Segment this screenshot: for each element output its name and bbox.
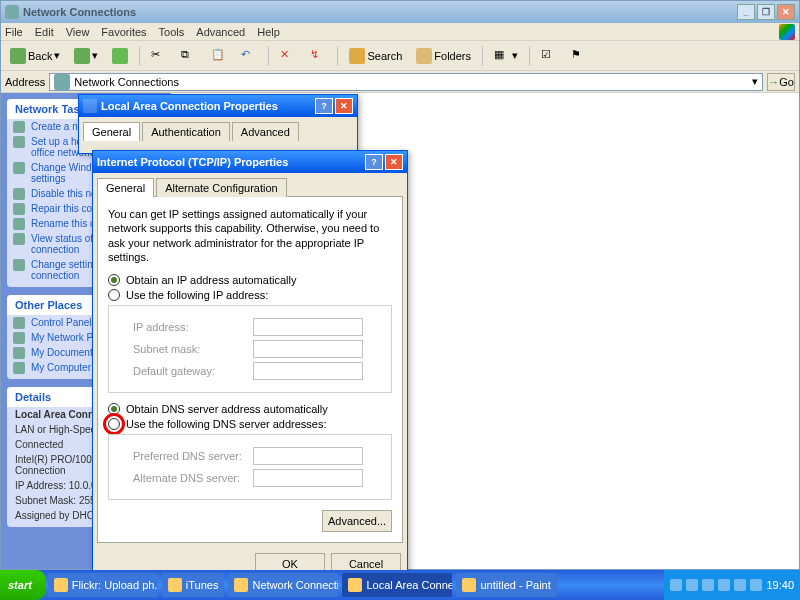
help-button[interactable]: ? — [365, 154, 383, 170]
menu-advanced[interactable]: Advanced — [196, 26, 245, 38]
back-button[interactable]: Back ▾ — [5, 45, 65, 67]
cut-button[interactable]: ✂ — [146, 45, 172, 67]
label-pref-dns: Preferred DNS server: — [133, 450, 253, 462]
menu-file[interactable]: File — [5, 26, 23, 38]
forward-button[interactable]: ▾ — [69, 45, 103, 67]
undo2-icon: ↯ — [310, 48, 326, 64]
radio-ip-manual[interactable] — [108, 289, 120, 301]
input-alt-dns[interactable] — [253, 469, 363, 487]
tb-extra2[interactable]: ⚑ — [566, 45, 592, 67]
menu-tools[interactable]: Tools — [159, 26, 185, 38]
search-icon — [349, 48, 365, 64]
main-titlebar: Network Connections _ ❐ ✕ — [1, 1, 799, 23]
window-title: Network Connections — [23, 6, 136, 18]
tab-advanced[interactable]: Advanced — [232, 122, 299, 141]
tray-icon[interactable] — [718, 579, 730, 591]
app-icon — [348, 578, 362, 592]
label-alt-dns: Alternate DNS server: — [133, 472, 253, 484]
address-field[interactable]: Network Connections ▾ — [49, 73, 763, 91]
label-subnet: Subnet mask: — [133, 343, 253, 355]
cut-icon: ✂ — [151, 48, 167, 64]
label-ip-auto: Obtain an IP address automatically — [126, 274, 296, 286]
dlg1-title: Local Area Connection Properties — [101, 100, 278, 112]
dlg2-title: Internet Protocol (TCP/IP) Properties — [97, 156, 288, 168]
menu-edit[interactable]: Edit — [35, 26, 54, 38]
dialog-icon — [83, 99, 97, 113]
label-ip-address: IP address: — [133, 321, 253, 333]
taskbar: start Flickr: Upload ph... iTunes Networ… — [0, 570, 800, 600]
minimize-button[interactable]: _ — [737, 4, 755, 20]
taskbar-item[interactable]: Network Connecti... — [228, 573, 338, 597]
search-button[interactable]: Search — [344, 45, 407, 67]
delete-icon: ✕ — [280, 48, 296, 64]
maximize-button[interactable]: ❐ — [757, 4, 775, 20]
radio-dns-manual[interactable] — [108, 418, 120, 430]
tcpip-description: You can get IP settings assigned automat… — [108, 207, 392, 264]
taskbar-item[interactable]: Flickr: Upload ph... — [48, 573, 158, 597]
tab-alternate[interactable]: Alternate Configuration — [156, 178, 287, 197]
app-icon — [168, 578, 182, 592]
clock: 19:40 — [766, 579, 794, 591]
tray-icon[interactable] — [750, 579, 762, 591]
views-button[interactable]: ▦▾ — [489, 45, 523, 67]
tab-general[interactable]: General — [97, 178, 154, 197]
taskbar-item[interactable]: iTunes — [162, 573, 225, 597]
tab-general[interactable]: General — [83, 122, 140, 141]
radio-dns-auto[interactable] — [108, 403, 120, 415]
app-icon — [54, 578, 68, 592]
help-button[interactable]: ? — [315, 98, 333, 114]
menu-help[interactable]: Help — [257, 26, 280, 38]
app-icon — [234, 578, 248, 592]
netconn-icon — [5, 5, 19, 19]
start-button[interactable]: start — [0, 570, 46, 600]
app-icon — [462, 578, 476, 592]
netconn-icon — [54, 74, 70, 90]
paste-button[interactable]: 📋 — [206, 45, 232, 67]
menubar: File Edit View Favorites Tools Advanced … — [1, 23, 799, 41]
taskbar-item[interactable]: untitled - Paint — [456, 573, 556, 597]
back-icon — [10, 48, 26, 64]
forward-icon — [74, 48, 90, 64]
close-button[interactable]: ✕ — [385, 154, 403, 170]
undo2-button[interactable]: ↯ — [305, 45, 331, 67]
label-dns-manual: Use the following DNS server addresses: — [126, 418, 327, 430]
close-button[interactable]: ✕ — [335, 98, 353, 114]
go-button[interactable]: →Go — [767, 73, 795, 91]
tb-extra1[interactable]: ☑ — [536, 45, 562, 67]
taskbar-item-active[interactable]: Local Area Conne... — [342, 573, 452, 597]
radio-ip-auto[interactable] — [108, 274, 120, 286]
input-ip-address[interactable] — [253, 318, 363, 336]
advanced-button[interactable]: Advanced... — [322, 510, 392, 532]
tray-icon[interactable] — [670, 579, 682, 591]
copy-button[interactable]: ⧉ — [176, 45, 202, 67]
addressbar: Address Network Connections ▾ →Go — [1, 71, 799, 93]
label-dns-auto: Obtain DNS server address automatically — [126, 403, 328, 415]
lac-properties-dialog: Local Area Connection Properties ? ✕ Gen… — [78, 94, 358, 154]
menu-view[interactable]: View — [66, 26, 90, 38]
tab-authentication[interactable]: Authentication — [142, 122, 230, 141]
tcpip-properties-dialog: Internet Protocol (TCP/IP) Properties ? … — [92, 150, 408, 582]
tray-icon[interactable] — [686, 579, 698, 591]
input-gateway[interactable] — [253, 362, 363, 380]
flag-icon: ⚑ — [571, 48, 587, 64]
address-value: Network Connections — [74, 76, 179, 88]
tray-icon[interactable] — [702, 579, 714, 591]
up-button[interactable] — [107, 45, 133, 67]
toolbar: Back ▾ ▾ ✂ ⧉ 📋 ↶ ✕ ↯ Search Folders ▦▾ ☑… — [1, 41, 799, 71]
label-ip-manual: Use the following IP address: — [126, 289, 268, 301]
tray-icon[interactable] — [734, 579, 746, 591]
check-icon: ☑ — [541, 48, 557, 64]
address-label: Address — [5, 76, 45, 88]
undo-button[interactable]: ↶ — [236, 45, 262, 67]
input-pref-dns[interactable] — [253, 447, 363, 465]
paste-icon: 📋 — [211, 48, 227, 64]
label-gateway: Default gateway: — [133, 365, 253, 377]
close-button[interactable]: ✕ — [777, 4, 795, 20]
menu-favorites[interactable]: Favorites — [101, 26, 146, 38]
delete-button[interactable]: ✕ — [275, 45, 301, 67]
undo-icon: ↶ — [241, 48, 257, 64]
folders-button[interactable]: Folders — [411, 45, 476, 67]
folder-up-icon — [112, 48, 128, 64]
input-subnet[interactable] — [253, 340, 363, 358]
views-icon: ▦ — [494, 48, 510, 64]
